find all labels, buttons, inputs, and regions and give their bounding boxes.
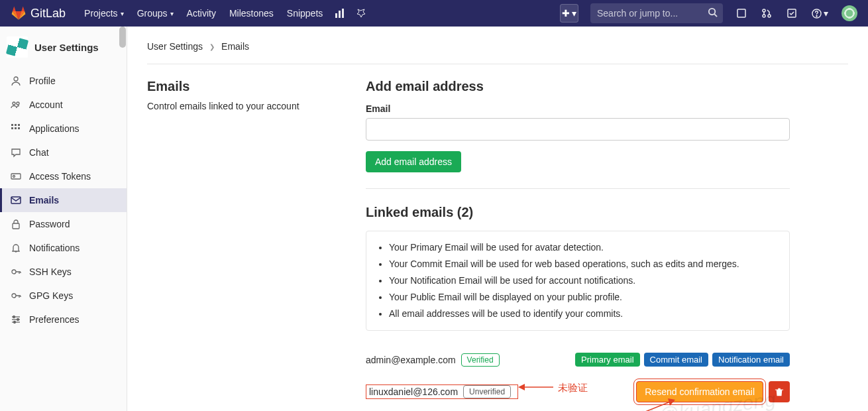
email-row-secondary: linuxdaniel@126.com Unverified Resend co…	[366, 374, 790, 410]
sidebar-item-emails[interactable]: Emails	[0, 188, 127, 212]
sidebar-title: User Settings	[34, 42, 99, 53]
sidebar-item-ssh-keys[interactable]: SSH Keys	[0, 260, 127, 284]
help-icon[interactable]: ▾	[805, 0, 835, 27]
page-title: Emails	[147, 79, 346, 94]
svg-point-14	[17, 102, 19, 105]
nav-snippets[interactable]: Snippets	[280, 0, 329, 27]
resend-confirmation-button[interactable]: Resend confirmation email	[636, 381, 763, 402]
svg-point-31	[17, 319, 19, 321]
brand-text: GitLab	[30, 7, 66, 21]
svg-rect-18	[11, 127, 13, 129]
chevron-right-icon: ❯	[209, 43, 215, 50]
svg-rect-2	[342, 9, 344, 18]
info-item: Your Commit Email will be used for web b…	[389, 256, 779, 272]
svg-point-25	[12, 270, 16, 274]
nav-admin-icon[interactable]	[351, 0, 372, 27]
top-navbar: GitLab Projects▾ Groups▾ Activity Milest…	[0, 0, 868, 27]
account-icon	[11, 99, 21, 110]
delete-email-button[interactable]	[769, 381, 790, 402]
unverified-badge: Unverified	[463, 385, 511, 398]
svg-point-12	[14, 77, 18, 81]
sidebar-header[interactable]: User Settings	[0, 27, 127, 68]
lock-icon	[11, 219, 21, 229]
profile-icon	[11, 76, 21, 86]
primary-email-tag: Primary email	[575, 353, 639, 367]
sidebar-item-account[interactable]: Account	[0, 93, 127, 117]
add-email-button[interactable]: Add email address	[366, 151, 461, 172]
chevron-down-icon: ▾	[170, 10, 174, 17]
svg-marker-34	[518, 384, 525, 390]
sidebar-item-notifications[interactable]: Notifications	[0, 236, 127, 260]
gitlab-logo-icon	[11, 6, 27, 21]
svg-rect-1	[339, 11, 341, 18]
page-desc: Control emails linked to your account	[147, 101, 346, 111]
sidebar-item-applications[interactable]: Applications	[0, 117, 127, 141]
svg-point-11	[816, 15, 817, 16]
info-item: Your Public Email will be displayed on y…	[389, 289, 779, 306]
annotation-unverified: 未验证	[558, 382, 588, 394]
svg-rect-17	[18, 124, 20, 126]
applications-icon	[11, 123, 21, 134]
nav-activity[interactable]: Activity	[180, 0, 223, 27]
email-label: Email	[366, 103, 790, 114]
info-item: Your Primary Email will be used for avat…	[389, 239, 779, 256]
email-icon	[11, 195, 21, 206]
nav-groups[interactable]: Groups▾	[131, 0, 180, 27]
brand[interactable]: GitLab	[5, 3, 71, 23]
svg-rect-0	[335, 13, 337, 18]
key-icon	[11, 266, 21, 277]
svg-point-26	[12, 294, 16, 298]
token-icon	[11, 171, 21, 182]
email-row-primary: admin@example.com Verified Primary email…	[366, 345, 790, 374]
divider	[366, 188, 790, 189]
svg-point-7	[763, 15, 765, 17]
bell-icon	[11, 243, 21, 253]
main-content: User Settings ❯ Emails Emails Control em…	[127, 27, 868, 411]
sidebar: User Settings Profile Account Applicatio…	[0, 27, 127, 411]
trash-icon	[775, 387, 784, 396]
breadcrumb-parent[interactable]: User Settings	[147, 41, 203, 52]
info-box: Your Primary Email will be used for avat…	[366, 231, 790, 331]
info-item: Your Notification Email will be used for…	[389, 272, 779, 289]
user-avatar[interactable]	[841, 5, 857, 21]
todos-icon[interactable]	[780, 0, 804, 27]
scrollbar[interactable]	[119, 27, 127, 411]
svg-point-32	[14, 322, 16, 323]
sidebar-item-password[interactable]: Password	[0, 212, 127, 236]
sidebar-item-access-tokens[interactable]: Access Tokens	[0, 164, 127, 188]
svg-rect-24	[13, 223, 19, 229]
search-input[interactable]	[590, 3, 723, 23]
verified-badge: Verified	[461, 353, 500, 367]
svg-line-35	[639, 401, 672, 411]
sidebar-item-preferences[interactable]: Preferences	[0, 308, 127, 331]
add-email-title: Add email address	[366, 79, 790, 94]
linked-emails-title: Linked emails (2)	[366, 205, 790, 220]
nav-milestones[interactable]: Milestones	[223, 0, 280, 27]
svg-rect-15	[11, 124, 13, 126]
commit-email-tag: Commit email	[644, 353, 708, 367]
new-dropdown-button[interactable]: ✚ ▾	[560, 4, 578, 23]
nav-analytics-icon[interactable]	[329, 0, 351, 27]
breadcrumb: User Settings ❯ Emails	[147, 41, 848, 64]
key-icon	[11, 290, 21, 301]
chevron-down-icon: ▾	[121, 10, 124, 17]
info-item: All email addresses will be used to iden…	[389, 306, 779, 322]
sidebar-item-gpg-keys[interactable]: GPG Keys	[0, 284, 127, 308]
user-settings-icon	[7, 36, 28, 58]
breadcrumb-current: Emails	[221, 41, 249, 52]
preferences-icon	[11, 314, 21, 325]
email-field[interactable]	[366, 118, 790, 141]
sidebar-item-profile[interactable]: Profile	[0, 69, 127, 93]
svg-point-30	[13, 316, 15, 318]
search-icon	[708, 7, 718, 19]
email-address: admin@example.com	[366, 355, 456, 365]
nav-projects[interactable]: Projects▾	[78, 0, 131, 27]
email-address: linuxdaniel@126.com	[366, 386, 458, 397]
sidebar-item-chat[interactable]: Chat	[0, 141, 127, 164]
merge-requests-icon[interactable]	[755, 0, 779, 27]
svg-point-8	[768, 15, 771, 17]
svg-point-13	[13, 102, 15, 105]
svg-line-4	[714, 14, 717, 17]
issues-icon[interactable]	[730, 0, 753, 27]
nav-links: Projects▾ Groups▾ Activity Milestones Sn…	[78, 0, 372, 27]
